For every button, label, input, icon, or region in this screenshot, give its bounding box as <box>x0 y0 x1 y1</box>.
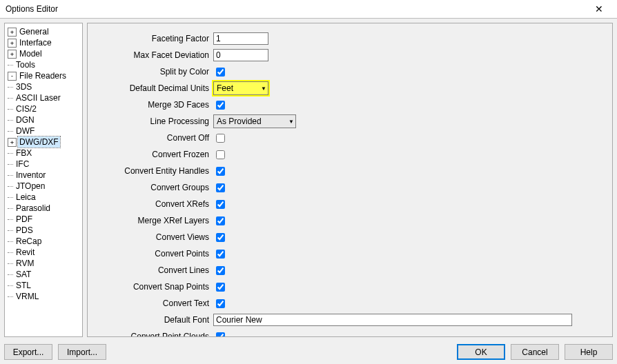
tree-item-dwf[interactable]: DWF <box>8 125 82 136</box>
expand-icon[interactable]: + <box>8 39 17 48</box>
label-line-processing: Line Processing <box>90 117 213 126</box>
tree-label[interactable]: Model <box>18 48 43 59</box>
checkbox-convert-views[interactable] <box>216 233 225 242</box>
tree-item-file-readers[interactable]: -File Readers <box>8 70 82 81</box>
label-convert-frozen: Convert Frozen <box>90 150 213 159</box>
checkbox-convert-point-clouds[interactable] <box>216 332 225 337</box>
tree-label[interactable]: DWG/DXF <box>18 136 60 148</box>
checkbox-merge-3d-faces[interactable] <box>216 101 225 110</box>
expand-icon[interactable]: + <box>8 138 17 147</box>
tree-item-leica[interactable]: Leica <box>8 192 82 203</box>
tree-label[interactable]: STL <box>14 280 32 291</box>
checkbox-convert-points[interactable] <box>216 250 225 259</box>
expand-icon[interactable]: + <box>8 50 17 59</box>
tree-item-tools[interactable]: Tools <box>8 59 82 70</box>
import-button[interactable]: Import... <box>58 344 106 360</box>
export-button[interactable]: Export... <box>4 344 52 360</box>
tree-item-inventor[interactable]: Inventor <box>8 170 82 181</box>
label-default-decimal-units: Default Decimal Units <box>90 83 213 93</box>
tree-label[interactable]: PDS <box>14 225 35 236</box>
tree-label[interactable]: General <box>18 26 50 37</box>
checkbox-convert-text[interactable] <box>216 299 225 308</box>
label-faceting-factor: Faceting Factor <box>90 34 213 43</box>
tree-label[interactable]: RVM <box>14 258 35 269</box>
tree-item-rvm[interactable]: RVM <box>8 258 82 269</box>
input-faceting-factor[interactable] <box>213 32 268 45</box>
tree-item-parasolid[interactable]: Parasolid <box>8 203 82 214</box>
tree-item-ifc[interactable]: IFC <box>8 159 82 170</box>
tree-label[interactable]: ReCap <box>14 236 43 247</box>
tree-item-ascii-laser[interactable]: ASCII Laser <box>8 92 82 103</box>
tree-item-stl[interactable]: STL <box>8 280 82 291</box>
tree-label[interactable]: Inventor <box>14 170 47 181</box>
combo-line-processing[interactable]: As Provided ▼ <box>213 114 296 128</box>
ok-button[interactable]: OK <box>457 344 505 360</box>
titlebar: Options Editor ✕ <box>0 0 617 19</box>
tree-item-model[interactable]: +Model <box>8 48 82 59</box>
tree-item-dgn[interactable]: DGN <box>8 114 82 125</box>
tree-item-pds[interactable]: PDS <box>8 225 82 236</box>
label-default-font: Default Font <box>90 315 213 325</box>
tree-item-fbx[interactable]: FBX <box>8 148 82 159</box>
tree-label[interactable]: Tools <box>14 59 37 70</box>
options-editor-window: Options Editor ✕ +General+Interface+Mode… <box>0 0 617 364</box>
checkbox-convert-groups[interactable] <box>216 183 225 192</box>
expand-icon[interactable]: + <box>8 28 17 37</box>
tree-item-dwg-dxf[interactable]: +DWG/DXF <box>8 136 82 148</box>
tree-label[interactable]: DGN <box>14 114 36 125</box>
settings-panel: Faceting Factor Max Facet Deviation Spli… <box>87 23 613 337</box>
tree-label[interactable]: CIS/2 <box>14 103 38 114</box>
collapse-icon[interactable]: - <box>8 72 17 81</box>
label-convert-xrefs: Convert XRefs <box>90 199 213 209</box>
label-convert-text: Convert Text <box>90 299 213 308</box>
tree-item-cis-2[interactable]: CIS/2 <box>8 103 82 114</box>
checkbox-convert-xrefs[interactable] <box>216 200 225 209</box>
tree-label[interactable]: SAT <box>14 269 32 280</box>
tree-item-general[interactable]: +General <box>8 26 82 37</box>
tree-label[interactable]: Revit <box>14 247 36 258</box>
tree-label[interactable]: 3DS <box>14 81 33 92</box>
checkbox-convert-lines[interactable] <box>216 266 225 275</box>
tree-label[interactable]: IFC <box>14 159 30 170</box>
checkbox-convert-snap-points[interactable] <box>216 283 225 292</box>
tree-item-recap[interactable]: ReCap <box>8 236 82 247</box>
checkbox-convert-entity-handles[interactable] <box>216 167 225 176</box>
tree-label[interactable]: VRML <box>14 291 40 302</box>
close-button[interactable]: ✕ <box>585 2 613 16</box>
cancel-button[interactable]: Cancel <box>511 344 559 360</box>
chevron-down-icon: ▼ <box>258 85 266 92</box>
label-merge-3d-faces: Merge 3D Faces <box>90 100 213 110</box>
label-convert-points: Convert Points <box>90 249 213 259</box>
label-convert-point-clouds: Convert Point Clouds <box>90 332 213 336</box>
tree-label[interactable]: Parasolid <box>14 203 52 214</box>
tree-label[interactable]: JTOpen <box>14 181 46 192</box>
tree-label[interactable]: PDF <box>14 214 34 225</box>
tree-item-revit[interactable]: Revit <box>8 247 82 258</box>
tree-label[interactable]: ASCII Laser <box>14 92 62 103</box>
options-tree[interactable]: +General+Interface+ModelTools-File Reade… <box>4 23 83 337</box>
window-title: Options Editor <box>6 4 58 14</box>
label-convert-entity-handles: Convert Entity Handles <box>90 166 213 176</box>
tree-label[interactable]: FBX <box>14 148 33 159</box>
tree-label[interactable]: Interface <box>18 37 53 48</box>
checkbox-split-by-color[interactable] <box>216 68 225 77</box>
label-convert-snap-points: Convert Snap Points <box>90 282 213 292</box>
tree-label[interactable]: File Readers <box>18 70 68 81</box>
label-max-facet-deviation: Max Facet Deviation <box>90 50 213 60</box>
checkbox-merge-xref-layers[interactable] <box>216 216 225 225</box>
input-default-font[interactable] <box>213 314 572 326</box>
tree-item-interface[interactable]: +Interface <box>8 37 82 48</box>
tree-item-vrml[interactable]: VRML <box>8 291 82 302</box>
input-max-facet-deviation[interactable] <box>213 49 268 61</box>
help-button[interactable]: Help <box>565 344 613 360</box>
tree-item-3ds[interactable]: 3DS <box>8 81 82 92</box>
settings-scroll[interactable]: Faceting Factor Max Facet Deviation Spli… <box>88 23 612 336</box>
checkbox-convert-frozen[interactable] <box>216 150 225 159</box>
tree-item-sat[interactable]: SAT <box>8 269 82 280</box>
tree-label[interactable]: Leica <box>14 192 37 203</box>
tree-item-pdf[interactable]: PDF <box>8 214 82 225</box>
checkbox-convert-off[interactable] <box>216 134 225 143</box>
combo-default-decimal-units[interactable]: Feet ▼ <box>213 81 268 95</box>
tree-item-jtopen[interactable]: JTOpen <box>8 181 82 192</box>
tree-label[interactable]: DWF <box>14 125 36 136</box>
